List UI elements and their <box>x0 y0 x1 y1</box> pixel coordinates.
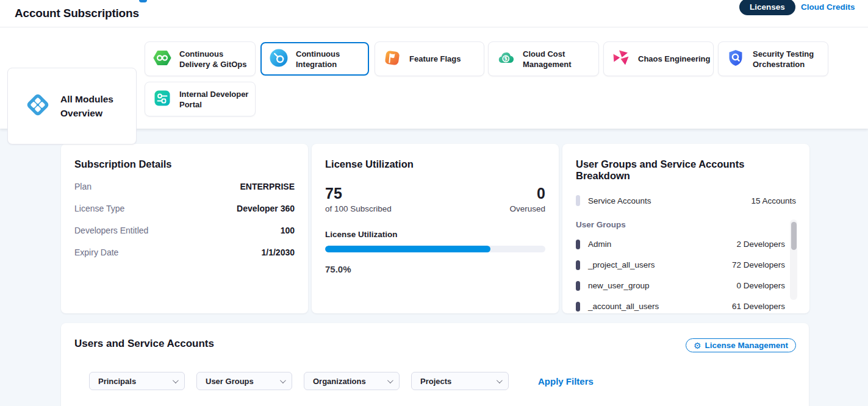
organizations-dropdown[interactable]: Organizations <box>304 372 400 390</box>
tile-feature-flags[interactable]: Feature Flags <box>375 41 484 76</box>
row-label: License Type <box>74 204 124 214</box>
user-group-row: new_user_group 0 Developers <box>576 280 796 291</box>
user-group-row: _account_all_users 61 Developers <box>576 301 796 312</box>
user-group-marker <box>576 240 580 249</box>
user-group-value: 2 Developers <box>736 240 785 249</box>
row-label: Expiry Date <box>74 248 118 258</box>
service-accounts-row: Service Accounts 15 Accounts <box>576 195 796 206</box>
tile-cloud-cost[interactable]: $ Cloud Cost Management <box>488 41 599 76</box>
tile-label: Internal Developer Portal <box>179 89 254 110</box>
tile-chaos-engineering[interactable]: Chaos Engineering <box>603 41 714 76</box>
tile-continuous-delivery[interactable]: Continuous Delivery & GitOps <box>145 41 256 76</box>
row-value: ENTERPRISE <box>240 182 295 192</box>
apply-filters-link[interactable]: Apply Filters <box>538 376 594 386</box>
chaos-engineering-icon <box>611 48 631 70</box>
service-accounts-label: Service Accounts <box>588 196 651 205</box>
chevron-down-icon <box>280 377 286 383</box>
user-group-row: _project_all_users 72 Developers <box>576 259 796 271</box>
user-group-marker <box>576 281 580 291</box>
breakdown-scrollbar-track[interactable] <box>790 219 797 300</box>
row-label: Plan <box>74 182 91 192</box>
dropdown-label: Projects <box>420 377 451 386</box>
user-group-row: Admin 2 Developers <box>576 238 796 250</box>
tile-label: Chaos Engineering <box>638 54 710 64</box>
security-testing-icon <box>726 48 745 70</box>
row-label: Developers Entitled <box>74 226 148 236</box>
cropped-nav-icon-fragment <box>139 0 147 2</box>
tile-label: Continuous Integration <box>296 49 368 69</box>
projects-dropdown[interactable]: Projects <box>411 372 509 390</box>
tile-label: Security Testing Orchestration <box>753 49 827 69</box>
overused-count: 0 <box>509 185 545 202</box>
gear-icon: ⚙ <box>694 341 701 350</box>
user-group-name: Admin <box>588 240 611 249</box>
tile-internal-developer-portal[interactable]: Internal Developer Portal <box>145 82 256 116</box>
service-accounts-marker <box>576 195 580 206</box>
subscription-row-license-type: License Type Developer 360 <box>74 204 295 214</box>
user-groups-subheading: User Groups <box>576 220 796 229</box>
internal-developer-portal-icon <box>152 88 172 110</box>
tile-label: Continuous Delivery & GitOps <box>179 49 254 69</box>
overused-caption: Overused <box>509 204 545 213</box>
user-group-marker <box>576 302 580 312</box>
subscription-row-plan: Plan ENTERPRISE <box>74 182 295 192</box>
user-group-name: new_user_group <box>588 281 650 290</box>
subscription-row-developers-entitled: Developers Entitled 100 <box>74 226 295 236</box>
service-accounts-value: 15 Accounts <box>751 196 796 205</box>
tile-continuous-integration[interactable]: Continuous Integration <box>260 42 369 76</box>
page-title: Account Subscriptions <box>15 7 139 20</box>
all-modules-overview-label: All Modules Overview <box>60 92 119 120</box>
subscribed-count: 75 <box>325 185 392 202</box>
overused-block: 0 Overused <box>509 185 545 213</box>
utilization-bar-fill <box>325 246 490 252</box>
subscription-details-card: Subscription Details Plan ENTERPRISE Lic… <box>61 144 308 313</box>
dropdown-label: Principals <box>98 377 136 386</box>
tile-label: Cloud Cost Management <box>523 49 597 69</box>
all-modules-overview-card[interactable]: All Modules Overview <box>7 68 137 144</box>
utilization-bar-label: License Utilization <box>325 230 545 239</box>
subscription-details-title: Subscription Details <box>74 158 295 170</box>
chevron-down-icon <box>387 377 393 383</box>
license-management-label: License Management <box>705 341 788 350</box>
license-utilization-card: License Utilization 75 of 100 Subscribed… <box>312 144 559 313</box>
chevron-down-icon <box>173 377 179 383</box>
subscription-row-expiry-date: Expiry Date 1/1/2030 <box>74 248 295 258</box>
dropdown-label: User Groups <box>206 377 254 386</box>
license-utilization-title: License Utilization <box>325 158 545 170</box>
cloud-credits-link[interactable]: Cloud Credits <box>801 2 855 12</box>
license-management-button[interactable]: ⚙ License Management <box>686 338 796 352</box>
user-group-marker <box>576 260 580 270</box>
user-group-value: 72 Developers <box>732 260 785 269</box>
cloud-cost-icon: $ <box>496 48 515 70</box>
subscribed-caption: of 100 Subscribed <box>325 204 392 213</box>
svg-text:$: $ <box>504 55 508 62</box>
user-groups-dropdown[interactable]: User Groups <box>196 372 292 390</box>
module-strip: All Modules Overview Continuous Delivery… <box>0 27 868 129</box>
ci-icon <box>269 48 289 70</box>
principals-dropdown[interactable]: Principals <box>89 372 185 390</box>
subscribed-block: 75 of 100 Subscribed <box>325 185 392 213</box>
utilization-percent-label: 75.0% <box>325 264 545 274</box>
all-modules-icon <box>23 90 52 122</box>
tile-security-testing[interactable]: Security Testing Orchestration <box>718 41 828 76</box>
breakdown-title: User Groups and Service Accounts Breakdo… <box>576 158 796 182</box>
account-subscriptions-page: Account Subscriptions Licenses Cloud Cre… <box>0 0 868 406</box>
row-value: 1/1/2030 <box>262 248 295 258</box>
filters-row: Principals User Groups Organizations Pro… <box>89 372 594 390</box>
feature-flags-icon <box>382 48 402 70</box>
users-section-title: Users and Service Accounts <box>74 338 214 350</box>
user-group-value: 61 Developers <box>732 302 785 311</box>
chevron-down-icon <box>497 377 503 383</box>
tile-label: Feature Flags <box>409 54 461 64</box>
page-header: Account Subscriptions Licenses Cloud Cre… <box>0 0 868 27</box>
dropdown-label: Organizations <box>313 377 366 386</box>
user-group-name: _account_all_users <box>588 302 659 311</box>
breakdown-card: User Groups and Service Accounts Breakdo… <box>562 144 809 313</box>
utilization-counts: 75 of 100 Subscribed 0 Overused <box>325 185 545 213</box>
users-and-service-accounts-card: Users and Service Accounts ⚙ License Man… <box>61 323 809 406</box>
row-value: Developer 360 <box>237 204 295 214</box>
breakdown-scrollbar-thumb[interactable] <box>791 222 797 250</box>
licenses-tab-button[interactable]: Licenses <box>739 0 795 15</box>
user-group-value: 0 Developers <box>736 281 785 290</box>
cd-gitops-icon <box>152 48 172 70</box>
